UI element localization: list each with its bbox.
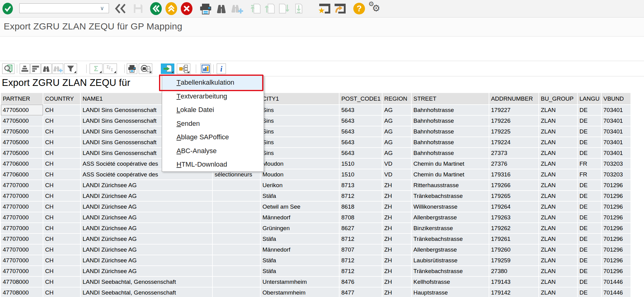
table-cell[interactable]: 701296 (601, 212, 631, 223)
table-cell[interactable]: AG (382, 105, 411, 115)
hide-toolbar-button[interactable] (114, 2, 127, 15)
table-cell[interactable]: 701296 (601, 201, 631, 212)
table-cell[interactable]: LANDI Zürichsee AG (80, 266, 212, 276)
column-header[interactable]: BU_GROUP (539, 93, 577, 105)
table-cell[interactable]: Sins (260, 148, 339, 158)
table-cell[interactable]: DE (577, 137, 601, 148)
table-cell[interactable]: Tränkebachstrasse (411, 233, 489, 244)
table-cell[interactable]: 701296 (601, 180, 631, 191)
filter-button[interactable] (64, 64, 77, 74)
sort-ascending-button[interactable] (20, 64, 30, 74)
table-cell[interactable]: FR (577, 158, 601, 169)
table-cell[interactable]: 47705000 (1, 126, 43, 137)
next-page-button[interactable] (277, 2, 291, 15)
table-cell[interactable]: ZH (382, 191, 411, 201)
table-cell[interactable]: 47707000 (1, 244, 43, 255)
table-cell[interactable]: 47705000 (1, 115, 43, 126)
print-preview-button[interactable] (139, 64, 152, 74)
export-button[interactable] (161, 64, 174, 74)
table-cell[interactable]: ZLAN (539, 266, 577, 276)
table-cell[interactable]: 8713 (339, 180, 382, 191)
details-button[interactable] (2, 64, 14, 74)
table-cell[interactable]: Unterstammheim (260, 276, 339, 287)
table-cell[interactable]: Kellhofstrasse (411, 276, 489, 287)
table-cell[interactable]: 27380 (489, 266, 539, 276)
table-cell[interactable]: Stäfa (260, 191, 339, 201)
column-header[interactable]: STREET (411, 93, 489, 105)
menu-item[interactable]: HTML-Download (162, 158, 264, 172)
table-cell[interactable]: Sins (260, 105, 339, 115)
table-cell[interactable]: CH (43, 244, 80, 255)
print-button[interactable] (199, 2, 212, 15)
table-cell[interactable]: CH (43, 105, 80, 115)
table-cell[interactable]: Oetwil am See (260, 201, 339, 212)
table-cell[interactable]: 179264 (489, 201, 539, 212)
table-cell[interactable] (212, 244, 260, 255)
table-cell[interactable]: ZH (382, 223, 411, 233)
back-button[interactable] (149, 2, 163, 15)
table-cell[interactable]: 179262 (489, 223, 539, 233)
table-cell[interactable]: ZLAN (539, 244, 577, 255)
table-cell[interactable]: LANDI Zürichsee AG (80, 255, 212, 266)
column-header[interactable]: VBUND (601, 93, 631, 105)
help-button[interactable]: ? (352, 2, 366, 15)
table-cell[interactable]: ZLAN (539, 126, 577, 137)
table-cell[interactable]: ZH (382, 212, 411, 223)
table-cell[interactable]: 179224 (489, 137, 539, 148)
table-cell[interactable]: 179316 (489, 169, 539, 180)
table-cell[interactable]: ZH (382, 255, 411, 266)
table-cell[interactable]: 179263 (489, 212, 539, 223)
table-cell[interactable]: 47707000 (1, 266, 43, 276)
table-cell[interactable]: 8618 (339, 201, 382, 212)
table-cell[interactable]: ZLAN (539, 212, 577, 223)
table-cell[interactable]: LANDI Seebachtal, Genossenschaft (80, 276, 212, 287)
enter-button[interactable] (1, 2, 14, 15)
table-cell[interactable]: 5643 (339, 115, 382, 126)
table-cell[interactable]: CH (43, 148, 80, 158)
table-cell[interactable]: Uerikon (260, 180, 339, 191)
table-cell[interactable]: Allenbergstrasse (411, 244, 489, 255)
table-cell[interactable]: DE (577, 105, 601, 115)
table-cell[interactable]: Bahnhofstrasse (411, 105, 489, 115)
table-cell[interactable]: 703401 (601, 115, 631, 126)
table-cell[interactable]: 701446 (601, 287, 631, 297)
table-cell[interactable]: Bahnhofstrasse (411, 115, 489, 126)
table-cell[interactable]: ZH (382, 180, 411, 191)
table-cell[interactable]: ZLAN (539, 276, 577, 287)
table-cell[interactable]: 701296 (601, 223, 631, 233)
table-cell[interactable]: 179225 (489, 126, 539, 137)
table-cell[interactable]: DE (577, 180, 601, 191)
table-cell[interactable] (212, 276, 260, 287)
table-cell[interactable]: 179143 (489, 276, 539, 287)
table-cell[interactable]: 701296 (601, 266, 631, 276)
table-cell[interactable]: 179259 (489, 255, 539, 266)
column-header[interactable]: ADDRNUMBER (489, 93, 539, 105)
table-cell[interactable]: Stäfa (260, 233, 339, 244)
table-cell[interactable]: Willikonerstrasse (411, 201, 489, 212)
table-cell[interactable]: CH (43, 126, 80, 137)
table-cell[interactable]: 47705000 (1, 148, 43, 158)
table-cell[interactable]: Männedorf (260, 244, 339, 255)
table-cell[interactable]: CH (43, 255, 80, 266)
table-cell[interactable]: LANDI Seebachtal, Genossenschaft (80, 287, 212, 297)
menu-item[interactable]: Senden (162, 117, 264, 131)
table-cell[interactable]: Allenbergstrasse (411, 212, 489, 223)
table-cell[interactable]: 47707000 (1, 201, 43, 212)
table-cell[interactable]: FR (577, 169, 601, 180)
table-cell[interactable]: 703401 (601, 137, 631, 148)
table-cell[interactable]: LANDI Zürichsee AG (80, 233, 212, 244)
table-cell[interactable] (212, 287, 260, 297)
last-page-button[interactable] (292, 2, 305, 15)
table-cell[interactable]: Chemin du Martinet (411, 158, 489, 169)
table-cell[interactable]: 8712 (339, 233, 382, 244)
save-button[interactable] (131, 2, 145, 15)
table-cell[interactable]: CH (43, 266, 80, 276)
subtotal-button[interactable]: Σ/Σ (103, 64, 117, 74)
table-cell[interactable]: DE (577, 233, 601, 244)
table-cell[interactable]: ZLAN (539, 223, 577, 233)
table-cell[interactable]: 8627 (339, 223, 382, 233)
table-cell[interactable]: VD (382, 158, 411, 169)
table-cell[interactable]: DE (577, 266, 601, 276)
table-cell[interactable]: CH (43, 115, 80, 126)
table-cell[interactable]: DE (577, 276, 601, 287)
